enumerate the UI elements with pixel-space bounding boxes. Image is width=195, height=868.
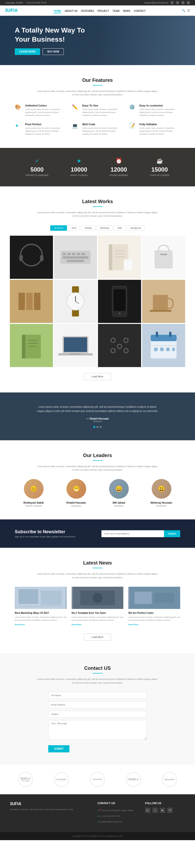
nav-link-features[interactable]: FEATURES bbox=[81, 10, 94, 12]
youtube-follow-icon[interactable]: ▶ bbox=[160, 808, 165, 813]
facebook-icon[interactable]: f bbox=[170, 1, 174, 4]
svg-rect-26 bbox=[34, 292, 40, 310]
menu-icon[interactable]: ☰ bbox=[187, 9, 190, 12]
feature-item-editable: 📝 Fully Editable Lorem ipsum dolor sit a… bbox=[129, 123, 180, 135]
work-item[interactable] bbox=[142, 324, 185, 367]
work-item[interactable] bbox=[98, 324, 141, 367]
work-item[interactable] bbox=[54, 236, 97, 279]
leader-role-2: Branding bbox=[100, 505, 138, 507]
nav-item-about[interactable]: ABOUT US bbox=[65, 8, 77, 13]
nav-link-news[interactable]: NEWS bbox=[123, 10, 130, 12]
feature-pixel-title: Pixel Perfect bbox=[25, 123, 66, 126]
twitter-icon[interactable]: t bbox=[176, 1, 179, 4]
filter-print[interactable]: Print bbox=[68, 225, 80, 231]
nav-item-contact[interactable]: CONTACT bbox=[134, 8, 145, 13]
search-icon[interactable]: 🔍 bbox=[182, 9, 185, 12]
work-item[interactable] bbox=[142, 236, 185, 279]
main-nav: 3UFIA HOME ABOUT US FEATURES PROJECT TEA… bbox=[0, 5, 195, 16]
subject-input[interactable] bbox=[48, 711, 147, 718]
name-input[interactable] bbox=[48, 692, 147, 699]
dot-3[interactable] bbox=[100, 426, 102, 428]
svg-rect-0 bbox=[10, 236, 53, 279]
nav-item-team[interactable]: TEAM bbox=[112, 8, 120, 13]
leader-name-1: Khalid Hossain bbox=[57, 501, 95, 504]
footer-contact-link-2[interactable]: ✉ support@youremail.com bbox=[98, 821, 123, 823]
work-item[interactable] bbox=[54, 324, 97, 367]
footer-follow-block: FOLLOW US G+ f ▶ 📷 bbox=[145, 802, 185, 825]
brand-label-0: REBELS bbox=[21, 777, 31, 780]
dot-1[interactable] bbox=[93, 426, 95, 428]
leader-name-0: Ruhfayed Sakib bbox=[15, 501, 53, 504]
brand-bander: BANDER bbox=[54, 772, 69, 787]
svg-rect-65 bbox=[160, 348, 164, 351]
svg-rect-76 bbox=[135, 592, 152, 604]
news-link-0[interactable]: Read More bbox=[15, 623, 25, 626]
filter-wordpress[interactable]: Wordpress bbox=[127, 225, 144, 231]
news-text-2: Lorem ipsum dolor sit amet, consectetur … bbox=[128, 616, 180, 622]
filter-web[interactable]: Web bbox=[114, 225, 126, 231]
work-item[interactable] bbox=[98, 280, 141, 323]
linkedin-icon[interactable]: in bbox=[181, 1, 185, 4]
news-link-2[interactable]: Read More bbox=[128, 623, 138, 626]
load-more-button[interactable]: Load More bbox=[84, 373, 111, 380]
nav-item-features[interactable]: FEATURES bbox=[81, 8, 94, 13]
work-item[interactable] bbox=[10, 236, 53, 279]
news-title-1: No.1 Template Ever You Seen bbox=[72, 611, 124, 615]
work-item[interactable] bbox=[142, 280, 185, 323]
newsletter-input[interactable] bbox=[101, 530, 164, 537]
email-input[interactable] bbox=[48, 701, 147, 708]
features-title: Our Features bbox=[15, 78, 180, 83]
footer-follow-title: FOLLOW US bbox=[145, 802, 185, 805]
svg-rect-10 bbox=[82, 253, 85, 255]
nav-link-home[interactable]: HOME bbox=[54, 10, 61, 13]
buy-now-button[interactable]: Buy Now bbox=[42, 48, 64, 55]
message-textarea[interactable] bbox=[48, 720, 147, 740]
footer-contact-link-1[interactable]: 📞 (+01) 234-456 78 90 bbox=[98, 815, 120, 817]
work-item[interactable] bbox=[10, 324, 53, 367]
nav-link-team[interactable]: TEAM bbox=[112, 10, 120, 12]
hero-content: A Totally New Way To Your Business! Lear… bbox=[15, 26, 180, 55]
work-item[interactable] bbox=[98, 236, 141, 279]
news-divider bbox=[93, 568, 102, 568]
nav-item-home[interactable]: HOME bbox=[54, 8, 61, 13]
stat-coffee-number: 15000 bbox=[150, 166, 169, 173]
nav-link-about[interactable]: ABOUT US bbox=[65, 10, 77, 12]
nav-link-project[interactable]: PROJECT bbox=[98, 10, 109, 12]
footer-contact-link-0[interactable]: 📍 House #12, Road 25, Topaz, Dhaka bbox=[98, 809, 133, 811]
submit-button[interactable]: Submit bbox=[48, 745, 69, 752]
nav-item-project[interactable]: PROJECT bbox=[98, 8, 109, 13]
star-icon: ★ bbox=[70, 158, 88, 164]
stat-coffee: ☕ 15000 Cups of Coffee bbox=[150, 158, 169, 177]
filter-identity[interactable]: Identity bbox=[81, 225, 96, 231]
site-logo[interactable]: 3UFIA bbox=[5, 8, 18, 13]
dot-2[interactable] bbox=[97, 426, 98, 428]
instagram-follow-icon[interactable]: 📷 bbox=[167, 808, 172, 813]
brand-label-4: Mountain bbox=[165, 778, 174, 781]
work-item[interactable] bbox=[54, 280, 97, 323]
svg-rect-2 bbox=[20, 255, 23, 261]
learn-more-button[interactable]: Learn More bbox=[15, 48, 40, 55]
brand-label-3: REBELS bbox=[129, 778, 139, 781]
news-item-2: We Are Perfect Coder Lorem ipsum dolor s… bbox=[128, 587, 180, 629]
work-item[interactable] bbox=[10, 280, 53, 323]
footer-contact-2: ✉ support@youremail.com bbox=[98, 819, 138, 824]
news-link-1[interactable]: Read More bbox=[72, 623, 82, 626]
facebook-follow-icon[interactable]: f bbox=[153, 808, 158, 813]
filter-all[interactable]: All Works bbox=[50, 225, 67, 231]
svg-rect-77 bbox=[154, 593, 174, 603]
filter-branding[interactable]: Branding bbox=[97, 225, 113, 231]
leader-avatar-1: 😁 bbox=[66, 479, 86, 499]
news-text-1: Lorem ipsum dolor sit amet, consectetur … bbox=[72, 616, 124, 622]
subscribe-button[interactable]: SUBMIT bbox=[164, 530, 181, 537]
nav-link-contact[interactable]: CONTACT bbox=[134, 10, 145, 12]
googleplus-icon[interactable]: g bbox=[187, 1, 190, 4]
nav-item-news[interactable]: NEWS bbox=[123, 8, 130, 13]
language-selector[interactable]: Language: English bbox=[5, 1, 23, 4]
news-grid: Best Marketing Ways Of 2017 Lorem ipsum … bbox=[15, 587, 180, 629]
top-bar-left: Language: English (+01) 234-456 78 90 bbox=[5, 1, 46, 4]
feature-item-colors: 🎨 Unlimited Colors Lorem ipsum dolor sit… bbox=[15, 104, 66, 117]
news-load-more-button[interactable]: Load More bbox=[84, 633, 111, 641]
feature-code-title: Well Code bbox=[82, 123, 123, 126]
newsletter-section: Subscribe to Newsletter Sign up to our n… bbox=[0, 520, 195, 548]
googleplus-follow-icon[interactable]: G+ bbox=[145, 808, 151, 813]
